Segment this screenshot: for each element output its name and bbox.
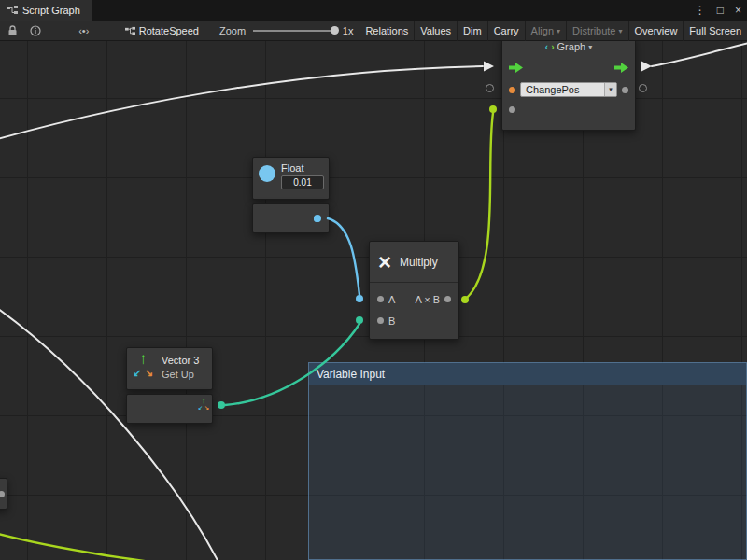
set-variable-node[interactable]: ‹› Graph ▾ ChangePos ▼ [501, 41, 636, 131]
arrow-down-right-icon: ↘ [145, 367, 153, 379]
float-node[interactable]: Float 0.01 [252, 157, 330, 200]
partial-node-port[interactable] [0, 491, 5, 497]
values-label: Values [420, 25, 451, 36]
port-a[interactable] [377, 296, 384, 302]
tab-script-graph[interactable]: Script Graph [0, 0, 92, 21]
zoom-slider[interactable] [253, 21, 339, 41]
overview-button[interactable]: Overview [628, 21, 684, 41]
close-icon[interactable]: × [729, 4, 747, 17]
partial-node[interactable] [0, 478, 7, 510]
multiply-icon: × [378, 251, 391, 273]
variable-name-row: ChangePos ▼ [502, 79, 635, 100]
output-value-port[interactable] [622, 87, 628, 93]
full-screen-label: Full Screen [689, 25, 741, 36]
arrow-up-icon: ↑ [139, 350, 148, 369]
lock-button[interactable] [2, 21, 24, 40]
wire-arrowhead-flow-out-of-setvar [641, 62, 652, 72]
float-value-field[interactable]: 0.01 [281, 175, 324, 189]
wire-endpoint-multiply-to-setvar-value[interactable] [489, 105, 497, 113]
input-value-row [502, 100, 635, 119]
arrow-down-left-icon: ↙ [198, 404, 203, 411]
wire-multiply-to-setvar-value [467, 113, 493, 298]
multiply-header: × Multiply [370, 242, 458, 283]
variable-name-port[interactable] [509, 87, 515, 93]
port-b-label: B [388, 315, 395, 327]
wire-lime-bottom-left [0, 533, 207, 560]
info-button[interactable] [24, 21, 47, 40]
group-title: Variable Input [317, 368, 385, 381]
vector3-get-up-node[interactable]: ↑ ↙ ↘ Vector 3 Get Up [126, 347, 213, 390]
dim-button[interactable]: Dim [457, 21, 487, 41]
group-header[interactable]: Variable Input [309, 363, 746, 385]
full-screen-button[interactable]: Full Screen [683, 21, 747, 41]
caret-down-icon: ▾ [588, 43, 592, 51]
relations-button[interactable]: Relations [359, 21, 414, 41]
caret-down-icon: ▾ [619, 27, 623, 35]
caret-down-icon[interactable]: ▼ [604, 83, 616, 96]
multiply-node[interactable]: × Multiply A A × B B [369, 241, 459, 340]
flow-in-port[interactable] [509, 63, 523, 73]
wire-flow-into-setvar [0, 66, 483, 140]
carry-button[interactable]: Carry [487, 21, 525, 41]
port-result-label: A × B [415, 294, 440, 305]
wire-flow-out-of-setvar [652, 42, 747, 66]
variable-kind-label: Graph [557, 41, 586, 52]
zoom-value: 1x [343, 25, 354, 36]
multiply-row-a: A A × B [377, 288, 451, 310]
zoom-slider-knob[interactable] [331, 26, 339, 35]
variable-kind-dropdown[interactable]: ‹› Graph ▾ [502, 41, 635, 55]
unconnected-port-right[interactable] [639, 84, 647, 92]
caret-down-icon: ▾ [557, 27, 560, 35]
variable-input-group: Variable Input [308, 362, 747, 560]
graph-asset-icon [125, 26, 135, 36]
align-label: Align [531, 25, 554, 36]
float-title: Float [281, 162, 303, 174]
arrow-down-left-icon: ↙ [133, 367, 141, 379]
arrow-down-right-icon: ↘ [204, 404, 209, 411]
visual-scripting-icon: ‹ [545, 42, 548, 52]
variable-name-dropdown[interactable]: ChangePos ▼ [520, 82, 617, 97]
tab-bar: Script Graph ⋮ □ × [0, 0, 747, 21]
maximize-icon[interactable]: □ [712, 4, 729, 17]
vector3-title: Vector 3 [162, 355, 199, 366]
carry-label: Carry [494, 25, 519, 36]
graph-canvas[interactable]: Variable Input ‹› Graph ▾ ChangePos ▼ [0, 41, 747, 560]
graph-asset-breadcrumb[interactable]: RotateSpeed [125, 25, 199, 36]
distribute-label: Distribute [572, 25, 615, 36]
float-type-icon [259, 165, 275, 182]
info-icon [30, 25, 41, 36]
wire-endpoint-float-to-multiply-a[interactable] [356, 295, 363, 302]
multiply-row-b: B [377, 310, 451, 331]
wire-float-to-multiply-a [328, 218, 359, 295]
visual-scripting-icon: › [551, 42, 554, 52]
vector3-icon: ↑ ↙ ↘ [133, 353, 155, 381]
wire-endpoint-getup-to-multiply-b[interactable] [218, 401, 225, 409]
input-value-port[interactable] [509, 106, 515, 113]
unconnected-port-left[interactable] [486, 84, 494, 92]
variable-name-value: ChangePos [521, 83, 604, 96]
tab-title: Script Graph [22, 5, 80, 16]
vector3-subtitle: Get Up [162, 369, 194, 380]
flow-out-port[interactable] [614, 63, 628, 73]
port-result[interactable] [444, 296, 451, 302]
vector3-node-footer[interactable]: ↑ ↙ ↘ [126, 394, 213, 424]
align-button[interactable]: Align▾ [525, 21, 566, 41]
vector3-type-icon[interactable]: ↑ ↙ ↘ [198, 397, 210, 413]
bracket-right-icon: › [86, 25, 90, 36]
graph-toolbar: ‹•› RotateSpeed Zoom 1x Relations Values… [0, 21, 747, 41]
port-b[interactable] [377, 317, 384, 324]
float-node-footer[interactable] [252, 203, 330, 233]
wire-endpoint-getup-to-multiply-b[interactable] [356, 316, 363, 324]
wire-endpoint-multiply-to-setvar-value[interactable] [461, 296, 469, 303]
values-button[interactable]: Values [414, 21, 457, 41]
zoom-label: Zoom [219, 25, 246, 36]
dim-label: Dim [463, 25, 482, 36]
code-view-button[interactable]: ‹•› [71, 25, 97, 36]
unity-visual-scripting-window: Script Graph ⋮ □ × ‹•› [0, 0, 747, 560]
float-output-port[interactable] [314, 216, 320, 222]
distribute-button[interactable]: Distribute▾ [566, 21, 627, 41]
window-menu-icon[interactable]: ⋮ [689, 4, 712, 17]
float-node-content: Float 0.01 [281, 162, 324, 194]
wire-arrowhead-flow-into-setvar [484, 62, 494, 72]
flow-ports-row [502, 55, 635, 79]
